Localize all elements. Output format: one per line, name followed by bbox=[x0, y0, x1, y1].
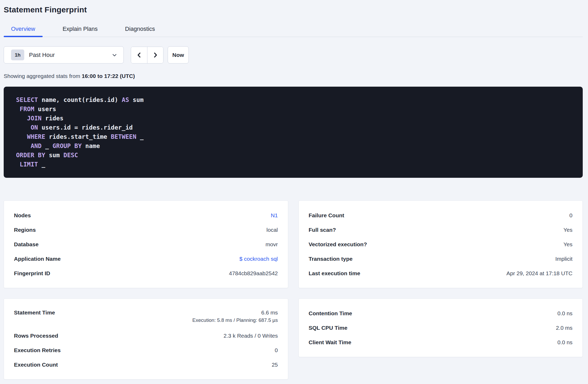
sql-keyword: LIMIT bbox=[20, 161, 38, 168]
row-label: Fingerprint ID bbox=[14, 270, 50, 277]
row-value: 0.0 ns bbox=[557, 339, 572, 345]
row-value-cell: 0.0 ns bbox=[557, 339, 572, 346]
sql-line: ORDER BY sum DESC bbox=[16, 151, 570, 160]
sql-keyword: ON bbox=[31, 124, 38, 131]
row-label: Database bbox=[14, 241, 38, 248]
row-value-link[interactable]: $ cockroach sql bbox=[240, 256, 278, 262]
card-row: SQL CPU Time2.0 ms bbox=[309, 321, 573, 335]
row-value-cell: 0.0 ns bbox=[557, 310, 572, 317]
row-value-cell: local bbox=[266, 227, 278, 233]
row-value-cell: 4784cb829aab2542 bbox=[229, 270, 278, 277]
row-value: 4784cb829aab2542 bbox=[229, 270, 278, 276]
sql-line: WHERE rides.start_time BETWEEN _ bbox=[16, 132, 570, 141]
sql-text bbox=[16, 124, 31, 131]
time-range-badge: 1h bbox=[11, 50, 24, 60]
card-row: Execution Count25 bbox=[14, 357, 278, 372]
sql-keyword: GROUP BY bbox=[52, 142, 82, 149]
sql-keyword: AND bbox=[31, 142, 42, 149]
card-row: Full scan?Yes bbox=[309, 223, 573, 237]
row-label: Regions bbox=[14, 227, 36, 233]
card-row: Databasemovr bbox=[14, 237, 278, 252]
row-label: Execution Retries bbox=[14, 347, 61, 353]
sql-line: FROM users bbox=[16, 105, 570, 114]
card-row: Execution Retries0 bbox=[14, 343, 278, 357]
row-value-cell: Yes bbox=[564, 227, 572, 233]
time-pager bbox=[131, 47, 163, 63]
sql-text bbox=[16, 142, 31, 149]
sql-statement-box: SELECT name, count(rides.id) AS sum FROM… bbox=[4, 87, 583, 178]
sql-text: name bbox=[82, 142, 100, 149]
card-row: Fingerprint ID4784cb829aab2542 bbox=[14, 266, 278, 280]
caption-prefix: Showing aggregated stats from bbox=[4, 73, 80, 79]
row-value-cell: 2.3 k Reads / 0 Writes bbox=[223, 333, 278, 339]
sql-text: sum bbox=[129, 96, 143, 103]
sql-line: AND _ GROUP BY name bbox=[16, 141, 570, 151]
chevron-left-icon bbox=[136, 52, 143, 58]
tab-explain-plans[interactable]: Explain Plans bbox=[55, 25, 105, 37]
row-label: Failure Count bbox=[309, 212, 344, 219]
row-label: Client Wait Time bbox=[309, 339, 351, 346]
page-title: Statement Fingerprint bbox=[4, 5, 583, 14]
sql-line: LIMIT _ bbox=[16, 160, 570, 169]
row-value-cell: 0 bbox=[275, 347, 278, 353]
time-next-button[interactable] bbox=[147, 47, 163, 63]
row-subvalue: Execution: 5.8 ms / Planning: 687.5 µs bbox=[192, 317, 278, 323]
tab-diagnostics[interactable]: Diagnostics bbox=[118, 25, 162, 37]
card-row: Contention Time0.0 ns bbox=[309, 306, 573, 321]
row-label: Last execution time bbox=[309, 270, 360, 277]
row-value-cell: 6.6 msExecution: 5.8 ms / Planning: 687.… bbox=[192, 309, 278, 323]
card-row: Transaction typeImplicit bbox=[309, 252, 573, 266]
row-value-cell: $ cockroach sql bbox=[240, 256, 278, 262]
time-range-select[interactable]: 1h Past Hour bbox=[4, 46, 124, 63]
sql-text: users bbox=[34, 106, 56, 112]
row-value-cell: N1 bbox=[271, 212, 278, 219]
tab-bar: Overview Explain Plans Diagnostics bbox=[4, 25, 583, 37]
row-value: 0 bbox=[275, 347, 278, 353]
sql-line: JOIN rides bbox=[16, 114, 570, 123]
sql-keyword: AS bbox=[122, 96, 129, 103]
sql-text: _ bbox=[38, 161, 45, 168]
row-value-cell: 25 bbox=[272, 362, 278, 368]
row-value: 2.0 ms bbox=[556, 325, 572, 331]
row-value: 6.6 ms bbox=[261, 309, 278, 316]
sql-text: _ bbox=[136, 133, 144, 140]
sql-text: name, count(rides.id) bbox=[38, 96, 122, 103]
row-value: Yes bbox=[564, 241, 572, 247]
sql-text: rides bbox=[42, 115, 63, 122]
sql-line: ON users.id = rides.rider_id bbox=[16, 123, 570, 132]
row-label: Statement Time bbox=[14, 309, 55, 316]
sql-keyword: ORDER BY bbox=[16, 152, 45, 159]
sql-text bbox=[16, 106, 20, 112]
card-row: Vectorized execution?Yes bbox=[309, 237, 573, 252]
card-row: Regionslocal bbox=[14, 223, 278, 237]
row-value-link[interactable]: N1 bbox=[271, 212, 278, 218]
row-label: Rows Processed bbox=[14, 333, 58, 339]
caption-range: 16:00 to 17:22 (UTC) bbox=[82, 73, 135, 79]
row-value: 25 bbox=[272, 362, 278, 368]
row-value: 0.0 ns bbox=[557, 310, 572, 316]
statement-details-card: NodesN1RegionslocalDatabasemovrApplicati… bbox=[4, 200, 288, 288]
card-row: Last execution timeApr 29, 2024 at 17:18… bbox=[309, 266, 573, 280]
time-prev-button[interactable] bbox=[131, 47, 147, 63]
row-value: movr bbox=[266, 241, 278, 247]
row-value-cell: Implicit bbox=[555, 256, 572, 262]
sql-keyword: BETWEEN bbox=[111, 133, 136, 140]
card-row: Rows Processed2.3 k Reads / 0 Writes bbox=[14, 328, 278, 343]
card-row: Client Wait Time0.0 ns bbox=[309, 335, 573, 349]
card-row: Failure Count0 bbox=[309, 208, 573, 223]
sql-text: _ bbox=[42, 142, 53, 149]
sql-keyword: SELECT bbox=[16, 96, 38, 103]
row-value: 2.3 k Reads / 0 Writes bbox=[223, 333, 278, 339]
sql-text: sum bbox=[45, 152, 63, 159]
now-button[interactable]: Now bbox=[168, 46, 189, 63]
row-label: Transaction type bbox=[309, 256, 353, 262]
chevron-down-icon bbox=[111, 52, 118, 58]
statement-times-card: Statement Time6.6 msExecution: 5.8 ms / … bbox=[4, 298, 288, 380]
row-label: SQL CPU Time bbox=[309, 325, 347, 331]
summary-cards: NodesN1RegionslocalDatabasemovrApplicati… bbox=[4, 200, 583, 380]
tab-overview[interactable]: Overview bbox=[4, 25, 43, 37]
row-value: 0 bbox=[569, 212, 572, 218]
row-value-cell: Apr 29, 2024 at 17:18 UTC bbox=[506, 270, 572, 277]
row-value: Yes bbox=[564, 227, 572, 233]
row-label: Vectorized execution? bbox=[309, 241, 367, 248]
